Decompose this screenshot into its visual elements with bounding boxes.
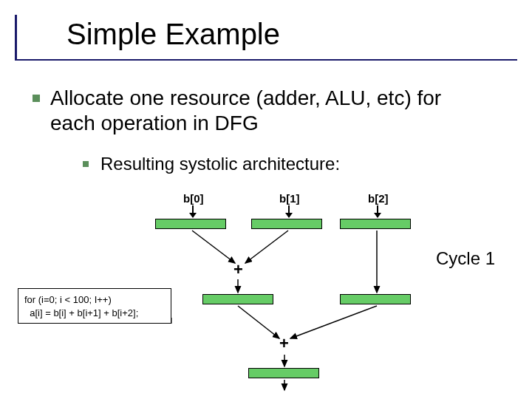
register [155,219,226,229]
title-accent-hline [15,59,517,61]
bullet-level2: Resulting systolic architecture: [100,154,340,174]
register [340,294,411,304]
bullet-icon [83,161,89,167]
code-line: for (i=0; i < 100; I++) [24,293,165,307]
svg-line-5 [290,306,377,338]
add-op: + [279,334,289,353]
code-line: a[i] = b[i] + b[i+1] + b[i+2]; [24,307,165,320]
add-op: + [233,260,243,279]
arrow [377,205,378,217]
label-b2: b[2] [368,192,389,205]
slide: { "title": "Simple Example", "bullets": … [0,0,532,399]
title-accent-vline [15,15,17,59]
svg-line-1 [245,231,288,263]
register [202,294,273,304]
register [248,368,319,378]
label-b0: b[0] [183,192,204,205]
svg-line-4 [238,306,279,338]
register [251,219,322,229]
arrow [288,205,290,217]
code-box: for (i=0; i < 100; I++) a[i] = b[i] + b[… [18,288,171,324]
svg-line-0 [192,231,235,263]
slide-title: Simple Example [66,18,280,51]
arrow [192,205,194,217]
register [340,219,411,229]
bullet-icon [33,95,40,102]
cycle-label: Cycle 1 [436,248,495,269]
label-b1: b[1] [279,192,300,205]
bullet-level1: Allocate one resource (adder, ALU, etc) … [50,86,479,135]
